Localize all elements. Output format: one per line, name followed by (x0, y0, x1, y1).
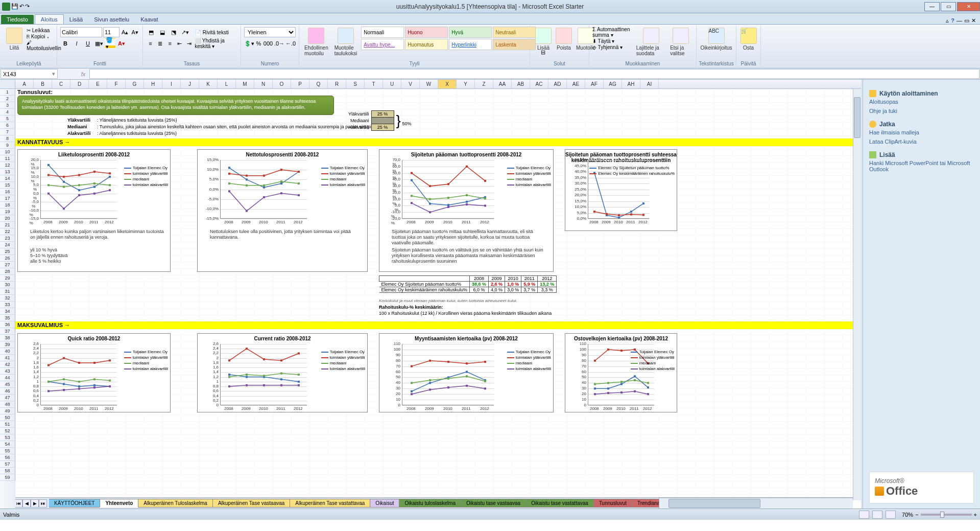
paste-button[interactable]: Liitä (4, 27, 25, 52)
find-select-button[interactable]: Etsi ja valitse (668, 27, 693, 57)
link-hanki-ppt[interactable]: Hanki Microsoft PowerPoint tai Microsoft… (869, 160, 974, 172)
orientation-icon[interactable]: ↗▾ (180, 27, 190, 37)
row-header-39[interactable]: 39 (0, 341, 15, 348)
col-header-J[interactable]: J (181, 80, 199, 88)
col-header-F[interactable]: F (107, 80, 126, 88)
row-header-59[interactable]: 59 (0, 474, 15, 481)
view-page-layout-icon[interactable] (872, 511, 882, 519)
cell-style-Normaali[interactable]: Normaali (361, 27, 404, 38)
row-header-5[interactable]: 5 (0, 116, 15, 122)
window-close-icon[interactable]: ✕ (971, 17, 976, 24)
underline-button[interactable]: U (83, 38, 93, 49)
row-header-32[interactable]: 32 (0, 295, 15, 302)
font-color-button[interactable]: A▾ (116, 38, 127, 49)
format-as-table-button[interactable]: Muotoile taulukoksi (332, 27, 359, 57)
decrease-indent-icon[interactable]: ⇤ (175, 38, 184, 49)
row-header-53[interactable]: 53 (0, 434, 15, 441)
col-header-T[interactable]: T (365, 80, 383, 88)
decrease-decimal-icon[interactable]: ←.0 (285, 38, 296, 49)
row-header-24[interactable]: 24 (0, 242, 15, 248)
cell-style-Hyvä[interactable]: Hyvä (449, 27, 492, 38)
row-header-45[interactable]: 45 (0, 381, 15, 388)
col-header-P[interactable]: P (291, 80, 309, 88)
col-header-D[interactable]: D (70, 80, 89, 88)
fx-icon[interactable]: fx (79, 71, 88, 77)
link-aloitusopas[interactable]: Aloitusopas (869, 99, 974, 105)
row-header-35[interactable]: 35 (0, 315, 15, 321)
col-header-AA[interactable]: AA (493, 80, 512, 88)
link-clipart[interactable]: Lataa ClipArt-kuvia (869, 138, 974, 145)
row-header-46[interactable]: 46 (0, 388, 15, 395)
cell-style-Neutraali[interactable]: Neutraali (493, 27, 536, 38)
row-header-48[interactable]: 48 (0, 401, 15, 408)
border-button[interactable]: ▦▾ (94, 38, 104, 49)
tab-lisaa[interactable]: Lisää (64, 15, 88, 24)
format-painter-button[interactable]: 🖌 Muotoilusivellin (27, 40, 61, 51)
row-headers[interactable]: 1234567891011121314151617181920212223242… (0, 89, 15, 509)
clear-button[interactable]: ◇ Tyhjennä ▾ (592, 44, 634, 50)
font-family-select[interactable] (60, 27, 102, 37)
col-header-O[interactable]: O (273, 80, 291, 88)
col-header-AH[interactable]: AH (622, 80, 640, 88)
vertical-scrollbar[interactable] (853, 89, 861, 500)
col-header-G[interactable]: G (126, 80, 144, 88)
row-header-52[interactable]: 52 (0, 428, 15, 434)
row-header-9[interactable]: 9 (0, 142, 15, 149)
increase-decimal-icon[interactable]: .0→ (274, 38, 284, 49)
view-normal-icon[interactable] (859, 511, 869, 519)
view-page-break-icon[interactable] (886, 511, 896, 519)
cell-style-Laskenta[interactable]: Laskenta (493, 39, 536, 50)
insert-cells-button[interactable]: Lisää (533, 27, 554, 52)
row-header-30[interactable]: 30 (0, 282, 15, 288)
chart-ch6[interactable]: Current ratio 2008-201200,20,40,60,811,2… (197, 333, 368, 412)
save-icon[interactable]: 💾 (11, 3, 18, 10)
col-header-L[interactable]: L (218, 80, 236, 88)
row-header-18[interactable]: 18 (0, 202, 15, 209)
minimize-button[interactable]: — (924, 2, 940, 11)
col-header-K[interactable]: K (199, 80, 218, 88)
column-headers[interactable]: ABCDEFGHIJKLMNOPQRSTUVWXYZAAABACADAEAFAG… (0, 80, 861, 89)
align-center-icon[interactable]: ≣ (156, 38, 164, 49)
row-header-10[interactable]: 10 (0, 149, 15, 155)
comma-icon[interactable]: 000 (263, 38, 273, 49)
chart-ch8[interactable]: Ostovelkojen kiertoaika (pv) 2008-201201… (565, 333, 677, 412)
delete-cells-button[interactable]: Poista (554, 27, 574, 52)
number-format-select[interactable]: Yleinen (244, 27, 296, 37)
col-header-B[interactable]: B (34, 80, 52, 88)
name-box[interactable]: X143▾ (1, 69, 58, 79)
redo-icon[interactable]: ↷ (25, 3, 30, 10)
row-header-50[interactable]: 50 (0, 414, 15, 421)
col-header-R[interactable]: R (328, 80, 346, 88)
tab-kaavat[interactable]: Kaavat (135, 15, 163, 24)
align-top-icon[interactable]: ⬒ (146, 27, 156, 37)
col-header-H[interactable]: H (144, 80, 162, 88)
row-header-26[interactable]: 26 (0, 255, 15, 262)
minimize-ribbon-icon[interactable]: ▵ (946, 17, 949, 24)
row-header-21[interactable]: 21 (0, 222, 15, 228)
worksheet[interactable]: ABCDEFGHIJKLMNOPQRSTUVWXYZAAABACADAEAFAG… (0, 80, 863, 509)
tab-aloitus[interactable]: Aloitus (35, 14, 64, 24)
row-header-1[interactable]: 1 (0, 89, 15, 96)
percent-icon[interactable]: % (255, 38, 262, 49)
row-header-4[interactable]: 4 (0, 109, 15, 116)
tab-sivun-asettelu[interactable]: Sivun asettelu (88, 15, 135, 24)
row-header-55[interactable]: 55 (0, 448, 15, 454)
select-all-corner[interactable] (0, 80, 15, 88)
col-header-V[interactable]: V (401, 80, 420, 88)
close-button[interactable]: ✕ (957, 2, 980, 11)
tab-file[interactable]: Tiedosto (1, 15, 34, 24)
row-header-34[interactable]: 34 (0, 308, 15, 315)
chart-ch2[interactable]: Nettotulosprosentti 2008-2012-15,0%-10,0… (197, 149, 368, 272)
row-header-40[interactable]: 40 (0, 348, 15, 355)
col-header-N[interactable]: N (254, 80, 273, 88)
col-header-AI[interactable]: AI (640, 80, 659, 88)
col-header-Q[interactable]: Q (309, 80, 328, 88)
row-header-15[interactable]: 15 (0, 182, 15, 189)
wrap-text-button[interactable]: 📄 Rivitä teksti (195, 30, 229, 35)
row-header-11[interactable]: 11 (0, 155, 15, 162)
chart-ch5[interactable]: Quick ratio 2008-201200,20,40,60,811,21,… (17, 333, 171, 412)
col-header-U[interactable]: U (383, 80, 401, 88)
link-ohje-tuki[interactable]: Ohje ja tuki (869, 108, 974, 114)
align-right-icon[interactable]: ≡ (165, 38, 174, 49)
grow-font-icon[interactable]: A▴ (121, 27, 130, 37)
